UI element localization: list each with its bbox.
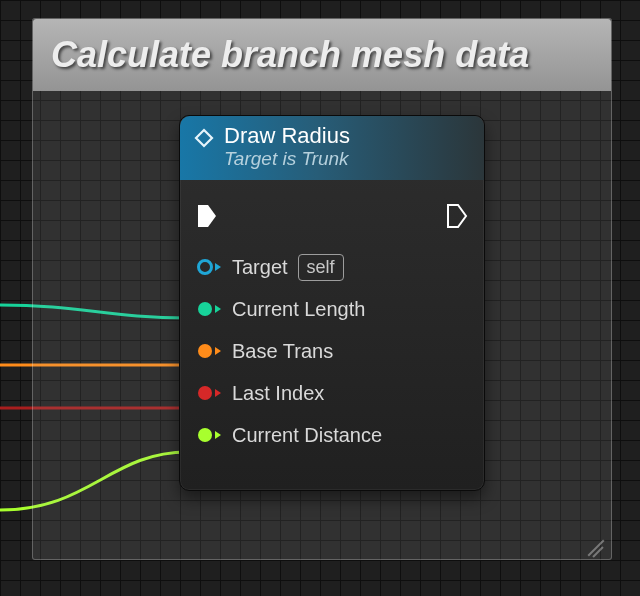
current-length-pin[interactable] [196, 300, 222, 318]
function-icon [194, 128, 214, 152]
node-body: Target self Current Length Base Trans [180, 180, 484, 460]
current-distance-pin[interactable] [196, 426, 222, 444]
base-trans-label: Base Trans [232, 340, 333, 363]
svg-point-3 [198, 344, 212, 358]
node-header[interactable]: Draw Radius Target is Trunk [180, 116, 484, 180]
svg-point-5 [198, 428, 212, 442]
base-trans-pin[interactable] [196, 342, 222, 360]
current-distance-label: Current Distance [232, 424, 382, 447]
current-length-label: Current Length [232, 298, 365, 321]
svg-point-2 [198, 302, 212, 316]
target-default-value[interactable]: self [298, 254, 344, 281]
node-subtitle: Target is Trunk [224, 148, 350, 170]
pin-row-current-length: Current Length [196, 288, 468, 330]
node-title: Draw Radius [224, 124, 350, 148]
target-label: Target [232, 256, 288, 279]
exec-out-pin[interactable] [446, 203, 468, 229]
function-node[interactable]: Draw Radius Target is Trunk [179, 115, 485, 491]
pin-row-target: Target self [196, 246, 468, 288]
exec-in-pin[interactable] [196, 203, 218, 229]
last-index-pin[interactable] [196, 384, 222, 402]
svg-point-4 [198, 386, 212, 400]
comment-title[interactable]: Calculate branch mesh data [33, 19, 611, 91]
comment-title-text: Calculate branch mesh data [51, 34, 529, 76]
last-index-label: Last Index [232, 382, 324, 405]
target-pin[interactable] [196, 258, 222, 276]
svg-marker-0 [196, 130, 212, 146]
pin-row-last-index: Last Index [196, 372, 468, 414]
exec-row [196, 192, 468, 240]
pin-row-current-distance: Current Distance [196, 414, 468, 456]
resize-handle-icon[interactable] [585, 533, 607, 555]
svg-point-1 [199, 261, 212, 274]
pin-row-base-trans: Base Trans [196, 330, 468, 372]
